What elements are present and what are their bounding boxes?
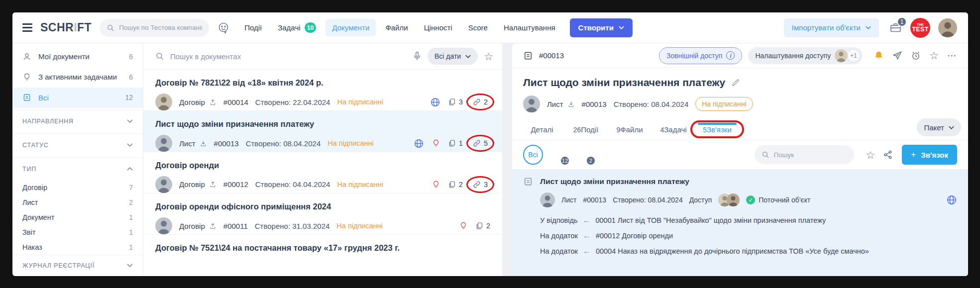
package-dropdown[interactable]: Пакет — [917, 118, 961, 136]
edit-pencil-icon[interactable] — [731, 78, 740, 87]
links-count[interactable]: 3 — [470, 179, 490, 190]
tab-relations[interactable]: 5Зв'язки — [695, 123, 739, 140]
global-search[interactable] — [100, 19, 209, 37]
favorite-star-icon[interactable]: ☆ — [929, 50, 939, 61]
global-search-input[interactable] — [119, 24, 202, 31]
document-list-item[interactable]: Договір № 7821\22 від «18» квітня 2024 р… — [143, 70, 502, 111]
date-filter-dropdown[interactable]: Всі дати — [428, 48, 478, 65]
arrow-left-icon: ← — [583, 231, 591, 240]
microphone-icon[interactable] — [413, 51, 422, 61]
import-objects-button[interactable]: Імпортувати об'єкти — [784, 18, 879, 37]
document-search-input[interactable] — [170, 52, 407, 61]
topbar: SCHRIFT Події Задачі10 Документи Файли Ц… — [12, 12, 968, 43]
nav-tasks[interactable]: Задачі10 — [271, 18, 323, 37]
copies-count[interactable]: 1 — [448, 139, 463, 147]
search-icon — [155, 52, 164, 61]
tab-tasks[interactable]: 4Задачі — [652, 123, 695, 140]
nav-events[interactable]: Події — [238, 19, 268, 36]
relations-content: Лист щодо зміни призначення платежу Лист… — [512, 169, 968, 276]
sidebar-item-all[interactable]: Всі 12 — [12, 88, 143, 108]
nav-settings[interactable]: Налаштування — [497, 19, 562, 36]
avatar — [155, 135, 172, 152]
more-options-icon[interactable]: ⋯ — [947, 51, 957, 60]
status-badge: На підписанні — [327, 139, 374, 147]
avatar — [540, 192, 555, 207]
copies-count[interactable]: 2 — [475, 222, 490, 230]
type-filter-order[interactable]: Наказ1 — [12, 240, 143, 255]
type-filter-contract[interactable]: Договір7 — [12, 180, 143, 195]
relation-card-title[interactable]: Лист щодо зміни призначення платежу — [540, 177, 689, 186]
document-list-item[interactable]: Договір № 7521\24 на постачання товару «… — [143, 235, 502, 276]
relation-row[interactable]: На додаток ← #00012 Договір оренди — [540, 231, 957, 240]
search-icon — [107, 24, 114, 32]
document-list-item[interactable]: Договір оренди офісного приміщення 2024 … — [143, 193, 502, 235]
sidebar-item-my-documents[interactable]: Мої документи 6 — [12, 46, 143, 67]
favorites-filter-icon[interactable]: ☆ — [484, 51, 493, 62]
send-icon[interactable] — [892, 51, 902, 61]
external-access-button[interactable]: Зовнішній доступ i — [659, 47, 742, 64]
document-list-item-selected[interactable]: Лист щодо зміни призначення платежу Лист… — [143, 111, 502, 152]
nav-score[interactable]: Score — [462, 19, 494, 36]
globe-icon[interactable] — [946, 194, 957, 205]
sidebar-item-active-tasks[interactable]: З активними задачами 6 — [12, 67, 143, 87]
document-title: Лист щодо зміни призначення платежу — [155, 119, 490, 129]
tab-details[interactable]: Деталі — [520, 123, 564, 140]
filter-all-button[interactable]: Всі — [523, 145, 543, 165]
tasks-count-badge: 10 — [305, 22, 317, 33]
user-avatar[interactable] — [938, 18, 957, 37]
document-icon — [523, 177, 533, 187]
access-settings-button[interactable]: Налаштування доступу +1 — [748, 47, 863, 64]
tab-files[interactable]: 9Файли — [608, 123, 652, 140]
tab-events[interactable]: 26Події — [564, 123, 608, 140]
tray-count-badge: 1 — [897, 17, 907, 27]
relation-row[interactable]: У відповідь ← 00001 Лист від ТОВ "Незабу… — [540, 216, 957, 225]
copies-icon — [475, 222, 483, 230]
nav-files[interactable]: Файли — [379, 19, 414, 36]
links-count[interactable]: 5 — [470, 138, 490, 149]
links-count[interactable]: 2 — [470, 96, 490, 107]
notification-bell-icon[interactable] — [873, 50, 884, 61]
relations-search-input[interactable] — [774, 151, 847, 159]
workspace-logo[interactable]: THE TEST — [910, 18, 930, 38]
favorites-filter-icon[interactable]: ☆ — [866, 150, 875, 160]
sidebar-section-registration-journal[interactable]: ЖУРНАЛ РЕЄСТРАЦІЇ — [12, 255, 143, 276]
document-detail-title: Лист щодо зміни призначення платежу — [523, 77, 725, 89]
filter-user-2[interactable]: 2 — [574, 145, 595, 165]
copies-count[interactable]: 3 — [448, 98, 463, 106]
chevron-down-icon — [949, 126, 954, 129]
sidebar: Мої документи 6 З активними задачами 6 В… — [12, 43, 143, 276]
type-filter-report[interactable]: Звіт1 — [12, 225, 143, 240]
link-icon — [473, 98, 481, 106]
add-relation-button[interactable]: + Зв'язок — [902, 145, 957, 165]
document-detail-panel: #00013 Зовнішній доступ i Налаштування д… — [512, 43, 968, 276]
chevron-up-icon — [127, 167, 133, 171]
chevron-down-icon — [127, 264, 133, 267]
arrow-left-icon: ← — [583, 247, 591, 256]
type-filter-document[interactable]: Документ1 — [12, 210, 143, 225]
relation-row[interactable]: На додаток ← 00004 Наказ на відрядження … — [540, 247, 957, 256]
status-badge: На підписанні — [336, 222, 383, 230]
copies-count[interactable]: 2 — [448, 181, 463, 189]
nav-documents[interactable]: Документи — [326, 19, 376, 36]
chevron-down-icon — [619, 26, 624, 29]
type-filter-letter[interactable]: Лист2 — [12, 195, 143, 210]
create-button[interactable]: Створити — [570, 18, 633, 37]
nav-values[interactable]: Цінності — [418, 19, 459, 36]
document-list-item[interactable]: Договір оренди Договір #00012 Створено: … — [143, 152, 502, 193]
document-title: Договір оренди офісного приміщення 2024 — [155, 202, 490, 211]
sidebar-section-type[interactable]: ТИП — [12, 158, 143, 180]
filter-user-1[interactable]: 12 — [548, 145, 569, 165]
sidebar-section-status[interactable]: СТАТУС — [12, 134, 143, 156]
share-graph-icon[interactable] — [883, 150, 893, 160]
support-icon[interactable] — [217, 21, 230, 34]
menu-icon[interactable] — [22, 23, 32, 32]
sidebar-section-direction[interactable]: НАПРАВЛЕННЯ — [12, 110, 143, 132]
relations-search[interactable] — [755, 145, 854, 164]
download-icon — [200, 140, 207, 147]
check-icon: ✓ — [746, 195, 755, 204]
info-icon: i — [726, 51, 735, 60]
inbox-tray-button[interactable]: 1 — [889, 21, 902, 34]
globe-icon — [430, 97, 440, 107]
alarm-clock-icon[interactable] — [911, 51, 921, 61]
chevron-down-icon — [866, 26, 871, 29]
